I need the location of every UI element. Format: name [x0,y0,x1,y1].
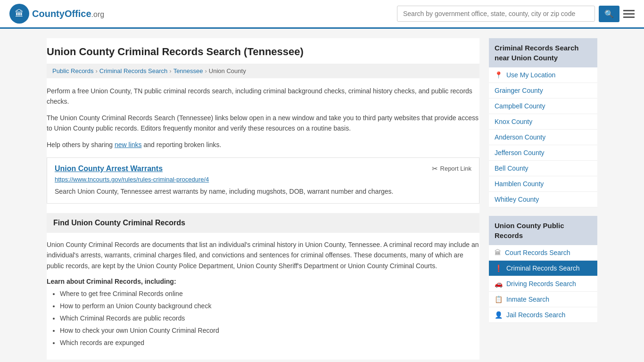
jail-icon: 👤 [495,311,503,319]
logo-text-block: CountyOffice.org [32,8,104,19]
pr-link-inmate[interactable]: Inmate Search [506,296,549,303]
menu-button[interactable] [623,10,635,18]
report-link[interactable]: ✂ Report Link [432,165,471,173]
search-area: 🔍 [397,6,635,22]
nearby-county-link-2[interactable]: Knox County [495,118,532,125]
help-text: Help others by sharing [47,141,113,148]
record-link-block: Union County Arrest Warrants ✂ Report Li… [47,157,479,204]
menu-line-3 [623,16,635,18]
nearby-county-link-4[interactable]: Jefferson County [495,149,545,156]
report-link-label: Report Link [440,165,471,172]
nearby-county-7[interactable]: Whitley County [489,192,597,207]
nearby-county-1[interactable]: Campbell County [489,99,597,114]
nearby-county-link-6[interactable]: Hamblen County [495,180,544,188]
sidebar: Criminal Records Searchnear Union County… [489,38,597,360]
learn-item-2: How to perform an Union County backgroun… [60,301,479,311]
nearby-county-3[interactable]: Anderson County [489,130,597,145]
inmate-icon: 📋 [495,296,503,303]
search-button[interactable]: 🔍 [599,6,619,22]
nearby-county-0[interactable]: Grainger County [489,83,597,99]
learn-header: Learn about Criminal Records, including: [47,278,479,285]
nearby-section-title: Criminal Records Searchnear Union County [489,38,597,67]
pr-link-driving[interactable]: Driving Records Search [506,280,576,288]
learn-list: Where to get free Criminal Records onlin… [47,289,479,348]
pr-link-jail[interactable]: Jail Records Search [506,311,565,319]
nearby-county-6[interactable]: Hamblen County [489,176,597,192]
public-records-section-title: Union County Public Records [489,216,597,245]
new-links-link[interactable]: new links [115,141,142,148]
bc-sep-1: › [95,67,97,74]
logo-name: CountyOffice [32,8,91,19]
nearby-county-link-0[interactable]: Grainger County [495,87,543,94]
bc-sep-3: › [205,67,207,74]
content-area: Union County Criminal Records Search (Te… [47,38,479,360]
find-section: Find Union County Criminal Records Union… [47,213,479,348]
use-location-item[interactable]: 📍 Use My Location [489,67,597,83]
nearby-county-link-1[interactable]: Campbell County [495,102,545,110]
header: 🏛 CountyOffice.org 🔍 [0,0,644,29]
breadcrumb: Public Records › Criminal Records Search… [47,64,479,78]
breadcrumb-current: Union County [209,67,246,74]
learn-item-5: Which records are expunged [60,338,479,348]
record-desc: Search Union County, Tennessee arrest wa… [55,187,471,197]
intro-para-2: The Union County Criminal Records Search… [47,113,479,134]
page-title: Union County Criminal Records Search (Te… [47,38,479,64]
court-icon: 🏛 [495,249,501,256]
pr-item-criminal[interactable]: ❗ Criminal Records Search [489,261,597,276]
scissor-icon: ✂ [432,165,438,173]
nearby-section: Criminal Records Searchnear Union County… [489,38,597,207]
public-records-section: Union County Public Records 🏛 Court Reco… [489,216,597,323]
find-section-header: Find Union County Criminal Records [47,213,479,233]
intro-para-1: Perform a free Union County, TN public c… [47,86,479,107]
pr-link-court[interactable]: Court Records Search [505,249,570,256]
learn-item-4: How to check your own Union County Crimi… [60,326,479,336]
menu-line-1 [623,10,635,11]
nearby-county-link-7[interactable]: Whitley County [495,196,539,203]
logo-icon: 🏛 [9,4,29,24]
bc-sep-2: › [169,67,171,74]
nearby-county-link-3[interactable]: Anderson County [495,133,545,141]
learn-item-1: Where to get free Criminal Records onlin… [60,289,479,299]
record-url[interactable]: https://www.tncourts.gov/rules/rules-cri… [55,176,471,183]
use-location-link[interactable]: Use My Location [506,71,555,79]
nearby-county-2[interactable]: Knox County [489,114,597,130]
learn-item-3: Which Criminal Records are public record… [60,313,479,323]
pr-item-court[interactable]: 🏛 Court Records Search [489,245,597,261]
record-link-title[interactable]: Union County Arrest Warrants [55,165,163,173]
menu-line-2 [623,13,635,15]
nearby-county-link-5[interactable]: Bell County [495,165,528,172]
search-input[interactable] [397,6,595,22]
nearby-county-5[interactable]: Bell County [489,161,597,176]
pr-link-criminal[interactable]: Criminal Records Search [506,264,580,272]
help-text2: and reporting broken links. [143,141,221,148]
breadcrumb-link-criminal-records[interactable]: Criminal Records Search [99,67,168,74]
logo-text: CountyOffice.org [32,8,104,19]
logo-org: .org [91,10,105,18]
pr-item-inmate[interactable]: 📋 Inmate Search [489,292,597,307]
breadcrumb-link-tennessee[interactable]: Tennessee [173,67,203,74]
criminal-icon: ❗ [495,264,503,272]
location-pin-icon: 📍 [495,71,503,79]
find-desc: Union County Criminal Records are docume… [47,239,479,271]
pr-item-driving[interactable]: 🚗 Driving Records Search [489,276,597,292]
nearby-county-4[interactable]: Jefferson County [489,145,597,161]
pr-item-jail[interactable]: 👤 Jail Records Search [489,307,597,323]
breadcrumb-link-public-records[interactable]: Public Records [52,67,93,74]
driving-icon: 🚗 [495,280,503,288]
logo-area: 🏛 CountyOffice.org [9,4,104,24]
main-wrapper: Union County Criminal Records Search (Te… [39,29,605,362]
record-link-header: Union County Arrest Warrants ✂ Report Li… [55,165,471,173]
help-para: Help others by sharing new links and rep… [47,140,479,150]
